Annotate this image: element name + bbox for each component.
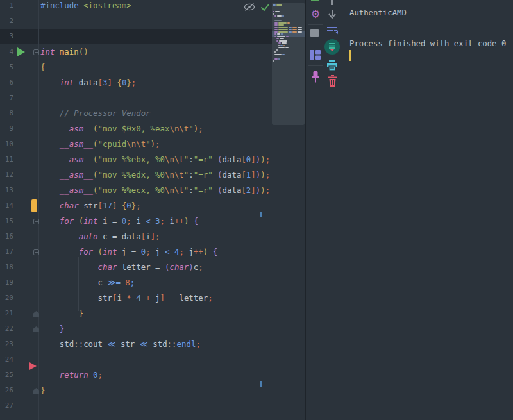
- code-token: ;: [265, 185, 270, 195]
- code-token: "mov $0x0, %eax: [98, 124, 170, 133]
- code-token: c: [98, 278, 108, 287]
- code-token: "=r": [194, 185, 213, 195]
- code-token: ]: [107, 78, 112, 87]
- code-token: (: [217, 155, 222, 164]
- code-token: ;: [198, 262, 203, 272]
- code-token: "=r": [194, 170, 213, 180]
- code-token: (: [93, 124, 97, 133]
- minimap-segment: [292, 27, 297, 28]
- code-token: [208, 247, 212, 256]
- minimap-segment: [285, 47, 289, 48]
- code-token: j: [184, 247, 194, 256]
- code-token: "cpuid: [98, 139, 127, 149]
- code-token: ;: [146, 247, 150, 256]
- rerun-icon[interactable]: [311, 0, 319, 1]
- code-token: str: [115, 339, 139, 349]
- stop-icon[interactable]: [310, 29, 319, 37]
- code-line: auto c = data[i];: [0, 229, 305, 244]
- console-output[interactable]: AuthenticAMDProcess finished with exit c…: [348, 0, 513, 420]
- code-token: 17: [103, 201, 112, 210]
- minimap-segment: [274, 51, 276, 53]
- minimap-segment: [283, 45, 285, 46]
- code-token: for: [60, 216, 79, 226]
- code-token: char: [98, 262, 122, 272]
- code-token: [40, 185, 60, 195]
- code-token: ): [189, 262, 193, 272]
- code-token: [213, 170, 217, 180]
- minimap-segment: [282, 42, 287, 44]
- code-line: char letter = (char)c;: [0, 260, 305, 275]
- run-tool-window: ⚙: [306, 0, 513, 420]
- code-token: int: [103, 247, 122, 256]
- code-token: c = data: [103, 231, 141, 241]
- fold-marker[interactable]: [33, 219, 39, 224]
- minimap-segment: [276, 49, 278, 51]
- code-line: }: [0, 383, 305, 398]
- code-token: ]: [251, 155, 255, 164]
- scroll-to-end-button[interactable]: [324, 39, 340, 55]
- fold-marker[interactable]: [33, 49, 39, 55]
- code-token: +: [146, 293, 150, 303]
- pin-icon: [310, 71, 321, 83]
- toolbar-divider: [308, 65, 323, 66]
- run-button[interactable]: [17, 47, 25, 56]
- code-line: {: [0, 60, 305, 75]
- code-token: j: [151, 247, 165, 256]
- minimap-segment: [276, 38, 279, 39]
- code-line: int main(): [0, 44, 305, 60]
- code-token: ): [260, 170, 265, 180]
- code-editor[interactable]: 1234567891011121314151617181920212223242…: [0, 0, 305, 420]
- print-button[interactable]: [326, 60, 338, 71]
- clear-console-button[interactable]: [327, 75, 337, 87]
- code-token: "mov %%ecx, %0: [98, 185, 165, 195]
- minimap[interactable]: [272, 3, 305, 125]
- code-token: ;: [155, 139, 160, 149]
- code-token: __asm__: [60, 185, 93, 195]
- code-token: "mov %%edx, %0: [98, 170, 165, 180]
- code-token: for: [79, 247, 98, 256]
- code-line: [0, 29, 305, 44]
- layout-button[interactable]: [310, 50, 321, 60]
- toolbar-divider: [308, 24, 323, 25]
- code-token: ≫=: [107, 278, 120, 287]
- fold-marker[interactable]: [33, 249, 39, 255]
- code-token: :: [189, 185, 193, 195]
- code-token: (: [98, 247, 103, 256]
- bookmark-marker: [31, 199, 37, 212]
- code-token: \n\t: [126, 139, 146, 149]
- code-token: (: [93, 170, 97, 180]
- minimap-segment: [278, 47, 285, 48]
- code-token: return: [60, 370, 93, 380]
- code-token: {: [194, 216, 198, 226]
- settings-button[interactable]: ⚙: [309, 8, 322, 21]
- code-token: [: [98, 201, 103, 210]
- code-line: c ≫= 8;: [0, 275, 305, 290]
- ide-window: 1234567891011121314151617181920212223242…: [0, 0, 513, 420]
- code-token: ;: [198, 124, 203, 133]
- code-token: [40, 170, 60, 180]
- minimap-segment: [274, 58, 278, 60]
- code-token: [189, 216, 193, 226]
- code-line: __asm__("mov %%ecx, %0\n\t":"=r" (data[2…: [0, 183, 305, 198]
- minimap-segment: [273, 4, 276, 6]
- down-arrow-button[interactable]: [327, 8, 337, 19]
- code-token: data: [79, 78, 98, 87]
- code-token: // Processor Vendor: [60, 108, 151, 118]
- pin-button[interactable]: [310, 71, 321, 83]
- toolbar-divider: [308, 44, 323, 44]
- code-line: }: [0, 306, 305, 321]
- up-arrow-icon[interactable]: [331, 0, 333, 5]
- code-token: [40, 124, 60, 133]
- code-token: data: [223, 185, 242, 195]
- soft-wrap-button[interactable]: [326, 26, 338, 35]
- code-token: [40, 293, 98, 303]
- code-line: }: [0, 321, 305, 337]
- code-token: ::: [74, 339, 83, 349]
- no-problems-icon[interactable]: [260, 3, 270, 12]
- minimap-segment: [278, 31, 288, 33]
- code-token: }: [40, 385, 45, 395]
- layout-icon: [310, 50, 321, 60]
- reader-mode-icon[interactable]: [244, 3, 255, 12]
- code-token: }: [79, 308, 83, 318]
- code-token: ;: [208, 293, 212, 303]
